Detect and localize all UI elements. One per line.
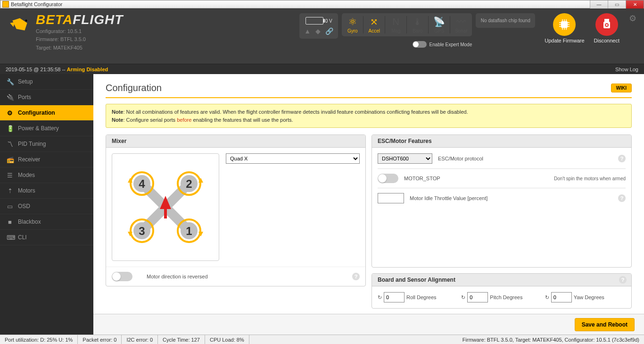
sensor-panel: ⚛Gyro⤧AccelNMag🌡Baro📡GPS〰Sonar bbox=[342, 13, 472, 36]
sidebar-item-receiver[interactable]: 📻Receiver bbox=[0, 152, 93, 168]
help-icon[interactable]: ? bbox=[618, 155, 626, 162]
motor-stop-toggle[interactable] bbox=[378, 174, 398, 183]
motor-stop-hint: Don't spin the motors when armed bbox=[554, 176, 626, 181]
sidebar-item-ports[interactable]: 🔌Ports bbox=[0, 90, 93, 105]
chip-icon bbox=[553, 13, 576, 36]
os-title-bar: Betaflight Configurator — ▭ ✕ bbox=[0, 0, 644, 8]
usb-disconnect-icon bbox=[595, 13, 618, 36]
mixer-panel-title: Mixer bbox=[106, 135, 365, 148]
battery-voltage: 0 V bbox=[325, 18, 332, 24]
accel-icon: ⤧ bbox=[370, 16, 378, 27]
mixer-diagram: 42 31 bbox=[112, 153, 219, 261]
nav-icon: 🔋 bbox=[7, 125, 13, 132]
mixer-panel: Mixer bbox=[106, 134, 366, 286]
sidebar-item-label: Power & Battery bbox=[18, 125, 59, 132]
nav-icon: 📻 bbox=[7, 156, 13, 163]
sidebar-item-osd[interactable]: ▭OSD bbox=[0, 199, 93, 214]
nav-icon: ⇡ bbox=[7, 187, 13, 194]
sidebar-item-modes[interactable]: ☰Modes bbox=[0, 168, 93, 183]
show-log-link[interactable]: Show Log bbox=[615, 67, 638, 72]
svg-rect-1 bbox=[561, 21, 568, 28]
sidebar-item-label: Blackbox bbox=[18, 218, 41, 225]
sidebar-item-label: Configuration bbox=[18, 109, 55, 116]
status-timestamp: 2019-05-15 @ 21:35:58 bbox=[6, 67, 60, 72]
pitch-label: Pitch Degrees bbox=[490, 294, 522, 300]
warning-icon: ▲ bbox=[304, 27, 311, 35]
footer-cpu-load: CPU Load: 8% bbox=[205, 335, 249, 344]
pitch-icon: ↻ bbox=[461, 294, 465, 301]
svg-text:3: 3 bbox=[139, 225, 145, 237]
app-icon bbox=[2, 1, 9, 8]
content-area: Configuration WIKI Note: Not all combina… bbox=[93, 74, 644, 335]
motor-reversed-toggle[interactable] bbox=[112, 272, 132, 281]
status-message: Arming Disabled bbox=[67, 67, 108, 72]
content-footer: Save and Reboot bbox=[93, 314, 644, 335]
roll-icon: ↻ bbox=[378, 294, 382, 301]
yaw-input[interactable] bbox=[551, 292, 572, 302]
sidebar: 🔧Setup🔌Ports⚙Configuration🔋Power & Batte… bbox=[0, 74, 93, 335]
save-reboot-button[interactable]: Save and Reboot bbox=[575, 318, 635, 331]
idle-throttle-input[interactable] bbox=[378, 193, 404, 203]
sensor-mag: NMag bbox=[385, 16, 407, 34]
help-icon[interactable]: ? bbox=[352, 273, 360, 280]
gps-icon: 📡 bbox=[433, 16, 445, 27]
nav-icon: ⚙ bbox=[7, 109, 13, 117]
svg-rect-14 bbox=[604, 19, 609, 22]
sidebar-item-configuration[interactable]: ⚙Configuration bbox=[0, 105, 93, 121]
esc-protocol-select[interactable]: DSHOT600 bbox=[378, 153, 432, 164]
sidebar-item-label: Setup bbox=[18, 78, 33, 85]
sidebar-item-label: CLI bbox=[18, 234, 27, 241]
disconnect-button[interactable]: Disconnect bbox=[594, 13, 619, 43]
pitch-input[interactable] bbox=[467, 292, 488, 302]
sidebar-item-power-battery[interactable]: 🔋Power & Battery bbox=[0, 121, 93, 136]
logo-text: BETAFLIGHT bbox=[36, 13, 123, 26]
sidebar-item-blackbox[interactable]: ■Blackbox bbox=[0, 214, 93, 230]
esc-panel: ESC/Motor Features DSHOT600 ESC/Motor pr… bbox=[372, 134, 632, 268]
esc-protocol-label: ESC/Motor protocol bbox=[438, 156, 483, 161]
roll-label: Roll Degrees bbox=[406, 294, 437, 300]
sidebar-item-pid-tuning[interactable]: 〽PID Tuning bbox=[0, 136, 93, 152]
window-maximize-button[interactable]: ▭ bbox=[608, 0, 626, 8]
help-icon[interactable]: ? bbox=[618, 194, 626, 202]
footer-port-util: Port utilization: D: 25% U: 1% bbox=[0, 335, 78, 344]
settings-gear-icon[interactable]: ⚙ bbox=[629, 13, 636, 24]
page-title: Configuration bbox=[106, 83, 162, 93]
battery-icon bbox=[305, 17, 323, 25]
sidebar-item-cli[interactable]: ⌨CLI bbox=[0, 230, 93, 245]
svg-text:1: 1 bbox=[186, 225, 192, 237]
baro-icon: 🌡 bbox=[413, 16, 422, 27]
sidebar-item-motors[interactable]: ⇡Motors bbox=[0, 183, 93, 199]
expert-mode-toggle[interactable] bbox=[413, 41, 427, 48]
nav-icon: 〽 bbox=[7, 141, 13, 148]
alignment-panel-title: Board and Sensor Alignment ? bbox=[372, 274, 631, 286]
window-minimize-button[interactable]: — bbox=[590, 0, 608, 8]
nav-icon: ■ bbox=[7, 218, 13, 226]
meta-target: Target: MATEKF405 bbox=[36, 44, 123, 51]
roll-input[interactable] bbox=[384, 292, 405, 302]
sensor-sonar: 〰Sonar bbox=[450, 16, 472, 34]
note-box: Note: Not all combinations of features a… bbox=[106, 104, 632, 128]
sonar-icon: 〰 bbox=[456, 16, 466, 27]
footer-cycle-time: Cycle Time: 127 bbox=[158, 335, 205, 344]
help-icon[interactable]: ? bbox=[619, 276, 627, 284]
dataflash-box: No dataflash chip found bbox=[476, 13, 535, 28]
update-firmware-button[interactable]: Update Firmware bbox=[545, 13, 584, 43]
sidebar-item-label: PID Tuning bbox=[18, 141, 46, 147]
nav-icon: 🔌 bbox=[7, 94, 13, 101]
sidebar-item-label: OSD bbox=[18, 203, 30, 210]
mixer-type-select[interactable]: Quad X bbox=[226, 153, 360, 164]
sidebar-item-label: Receiver bbox=[18, 156, 40, 163]
sidebar-item-label: Modes bbox=[18, 172, 35, 178]
wiki-button[interactable]: WIKI bbox=[611, 84, 632, 92]
footer-firmware: Firmware: BTFL 3.5.0, Target: MATEKF405,… bbox=[458, 337, 644, 343]
sidebar-item-setup[interactable]: 🔧Setup bbox=[0, 74, 93, 90]
idle-throttle-label: Motor Idle Throttle Value [percent] bbox=[410, 195, 487, 201]
bee-logo-icon bbox=[8, 13, 32, 38]
yaw-icon: ↻ bbox=[545, 294, 549, 301]
link-icon: 🔗 bbox=[325, 27, 333, 35]
battery-box: 0 V ▲ ◆ 🔗 bbox=[299, 13, 338, 39]
sensor-baro: 🌡Baro bbox=[407, 16, 429, 34]
footer-packet-error: Packet error: 0 bbox=[78, 335, 122, 344]
expert-mode-label: Enable Expert Mode bbox=[429, 42, 472, 47]
window-close-button[interactable]: ✕ bbox=[626, 0, 644, 8]
